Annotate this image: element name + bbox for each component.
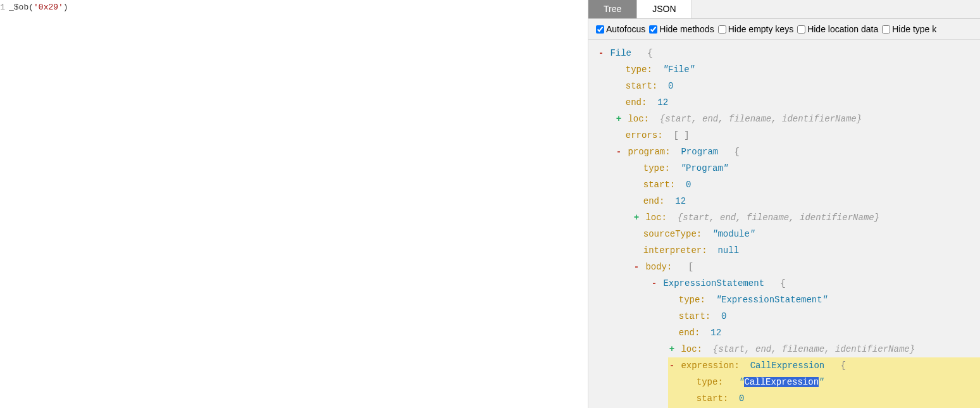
tree-prop-type[interactable]: type: "File"	[615, 61, 980, 78]
toggle-icon[interactable]: -	[597, 45, 605, 61]
highlighted-node: - expression: CallExpression { type: "Ca…	[668, 357, 980, 408]
prop-value: [ ]	[673, 130, 689, 140]
prop-value: 12	[675, 196, 686, 206]
filter-label: Autofocus	[606, 24, 645, 34]
toggle-icon[interactable]: +	[668, 341, 676, 357]
prop-value: 0	[721, 311, 726, 321]
tree-prop-type[interactable]: type: "CallExpression"	[686, 374, 980, 390]
prop-key: end:	[679, 328, 700, 338]
node-typename: File	[610, 48, 631, 58]
prop-key: sourceType:	[643, 229, 702, 239]
checkbox-autofocus[interactable]	[596, 25, 604, 34]
prop-value: 0	[686, 180, 691, 190]
brace-open: {	[734, 147, 739, 157]
tree-prop-interpreter[interactable]: interpreter: null	[633, 242, 980, 259]
prop-value: 12	[710, 328, 721, 338]
tree-prop-loc[interactable]: + loc: {start, end, filename, identifier…	[615, 111, 980, 127]
tree-prop-loc[interactable]: + loc: {start, end, filename, identifier…	[668, 341, 980, 357]
toggle-icon[interactable]: -	[650, 275, 658, 292]
filter-hide-empty-keys[interactable]: Hide empty keys	[718, 24, 793, 34]
code-token-paren-open: (	[28, 3, 34, 12]
tree-prop-loc[interactable]: + loc: {start, end, filename, identifier…	[633, 209, 980, 226]
prop-key: start:	[679, 311, 710, 321]
checkbox-hide-methods[interactable]	[649, 25, 657, 34]
code-token-string: '0x29'	[34, 3, 63, 12]
prop-key: type:	[643, 163, 670, 173]
filter-hide-location-data[interactable]: Hide location data	[797, 24, 878, 34]
prop-key: program:	[628, 147, 670, 157]
tab-json[interactable]: JSON	[637, 0, 692, 18]
prop-value: 0	[668, 81, 673, 91]
tree-prop-errors[interactable]: errors: [ ]	[615, 127, 980, 144]
tree-prop-type[interactable]: type: "Program"	[633, 160, 980, 176]
prop-key: expression:	[681, 361, 739, 371]
ast-panel: Tree JSON Autofocus Hide methods Hide em…	[588, 0, 980, 408]
checkbox-hide-type-keys[interactable]	[882, 25, 890, 34]
tree-prop-start[interactable]: start: 0	[668, 308, 980, 325]
prop-key: type:	[679, 295, 705, 305]
tree-prop-end[interactable]: end: 12	[668, 325, 980, 341]
loc-preview: {start, end, filename, identifierName}	[660, 114, 862, 124]
bracket-open: [	[688, 262, 693, 272]
prop-key: start:	[626, 81, 657, 91]
code-editor: 1 _$ob('0x29')	[0, 0, 588, 408]
prop-key: start:	[643, 180, 675, 190]
filter-hide-type-keys[interactable]: Hide type k	[882, 24, 936, 34]
prop-value: File	[668, 65, 690, 75]
tab-bar: Tree JSON	[588, 0, 980, 19]
toggle-icon[interactable]: -	[633, 259, 640, 275]
loc-preview: {start, end, filename, identifierName}	[713, 344, 915, 354]
code-token-paren-close: )	[63, 3, 68, 12]
prop-value: null	[717, 245, 739, 256]
prop-key: body:	[645, 262, 672, 272]
filter-bar: Autofocus Hide methods Hide empty keys H…	[588, 19, 980, 40]
checkbox-hide-location-data[interactable]	[797, 25, 805, 34]
tree-node-callexpression[interactable]: - expression: CallExpression {	[668, 357, 980, 374]
tree-prop-start[interactable]: start: 0	[686, 390, 980, 407]
brace-open: {	[647, 48, 652, 58]
tab-tree[interactable]: Tree	[588, 0, 637, 18]
tree-prop-type[interactable]: type: "ExpressionStatement"	[668, 292, 980, 308]
prop-key: loc:	[681, 344, 702, 354]
toggle-icon[interactable]: -	[615, 144, 623, 160]
filter-label: Hide type k	[892, 24, 936, 34]
brace-open: {	[780, 278, 785, 288]
line-number: 1	[0, 3, 5, 12]
selected-value: CallExpression	[744, 377, 819, 387]
line-gutter: 1	[0, 0, 6, 408]
prop-key: errors:	[626, 130, 663, 140]
tree-prop-end[interactable]: end: 12	[615, 94, 980, 111]
ast-tree: - File { type: "File" start: 0 end: 12 +…	[588, 40, 980, 408]
tree-prop-sourcetype[interactable]: sourceType: "module"	[633, 226, 980, 242]
tree-prop-start[interactable]: start: 0	[633, 176, 980, 193]
toggle-icon[interactable]: +	[615, 111, 623, 127]
prop-value: Program	[686, 163, 723, 173]
code-content[interactable]: _$ob('0x29')	[6, 0, 588, 408]
toggle-icon[interactable]: +	[633, 209, 640, 226]
tree-node-expressionstatement[interactable]: - ExpressionStatement {	[650, 275, 980, 292]
prop-key: interpreter:	[643, 245, 707, 256]
code-token-identifier: _$ob	[9, 3, 28, 12]
filter-hide-methods[interactable]: Hide methods	[649, 24, 714, 34]
filter-autofocus[interactable]: Autofocus	[596, 24, 645, 34]
tree-node-file[interactable]: - File {	[597, 45, 980, 61]
filter-label: Hide empty keys	[728, 24, 793, 34]
checkbox-hide-empty-keys[interactable]	[718, 25, 726, 34]
tree-prop-start[interactable]: start: 0	[615, 78, 980, 94]
loc-preview: {start, end, filename, identifierName}	[678, 213, 879, 223]
tree-prop-end[interactable]: end: 12	[633, 193, 980, 209]
tree-node-body[interactable]: - body: [	[633, 259, 980, 275]
prop-key: end:	[626, 97, 647, 108]
prop-key: end:	[643, 196, 665, 206]
toggle-icon[interactable]: -	[668, 357, 676, 374]
tree-node-program[interactable]: - program: Program {	[615, 144, 980, 160]
node-typename: CallExpression	[750, 361, 825, 371]
prop-value: 12	[657, 97, 668, 108]
prop-key: loc:	[628, 114, 649, 124]
prop-key: type:	[697, 377, 723, 387]
filter-label: Hide methods	[659, 24, 714, 34]
filter-label: Hide location data	[807, 24, 878, 34]
brace-open: {	[840, 361, 845, 371]
prop-key: type:	[626, 65, 652, 75]
prop-value: 0	[739, 393, 744, 404]
